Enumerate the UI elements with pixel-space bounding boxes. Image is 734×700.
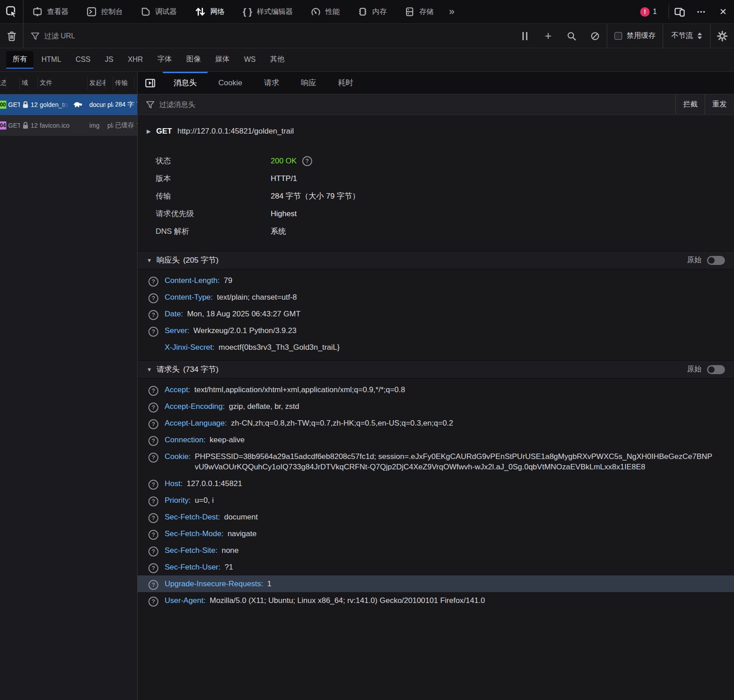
size-cell: 79 字节 (134, 94, 138, 115)
tab-storage[interactable]: 存储 (396, 0, 443, 23)
raw-toggle-switch[interactable] (707, 256, 725, 265)
section-collapse-icon[interactable]: ▼ (147, 366, 152, 373)
header-help-icon[interactable]: ? (148, 529, 158, 539)
column-type[interactable] (106, 77, 113, 89)
tab-inspector[interactable]: 查看器 (23, 0, 78, 23)
tab-performance[interactable]: 性能 (302, 0, 349, 23)
column-method[interactable] (6, 77, 20, 89)
resend-button[interactable]: 重发 (705, 94, 734, 115)
clear-requests-button[interactable] (0, 24, 23, 48)
filter-tab-ws[interactable]: WS (238, 52, 262, 68)
header-row[interactable]: ? Accept-Language zh-CN,zh;q=0.8,zh-TW;q… (138, 415, 734, 431)
column-initiator[interactable]: 发起者 (88, 77, 106, 89)
filter-tab-media[interactable]: 媒体 (209, 51, 236, 69)
element-picker-button[interactable] (0, 0, 23, 23)
response-headers-section-header[interactable]: ▼ 响应头 (205 字节) 原始 (138, 251, 734, 269)
header-help-icon[interactable]: ? (148, 479, 158, 489)
filter-tab-all[interactable]: 所有 (6, 51, 33, 69)
header-row[interactable]: ? Content-Length 79 (138, 272, 734, 289)
tab-style-editor[interactable]: { } 样式编辑器 (234, 0, 302, 23)
tab-console[interactable]: 控制台 (78, 0, 132, 23)
disable-cache-option[interactable]: 禁用缓存 (607, 24, 663, 48)
header-help-icon[interactable]: ? (148, 276, 158, 286)
header-row[interactable]: ? Connection keep-alive (138, 431, 734, 448)
header-help-icon[interactable]: ? (148, 292, 158, 302)
column-status[interactable]: 状态 (0, 77, 6, 89)
header-row[interactable]: ? Accept text/html,application/xhtml+xml… (138, 381, 734, 398)
tab-overflow-chevron[interactable]: » (443, 6, 459, 18)
header-help-icon[interactable]: ? (148, 496, 158, 505)
tab-network[interactable]: 网络 (186, 0, 234, 23)
detail-tab-headers[interactable]: 消息头 (163, 72, 208, 94)
filter-tab-images[interactable]: 图像 (180, 51, 207, 69)
search-button[interactable] (560, 24, 583, 48)
error-badge[interactable]: ! 1 (640, 7, 657, 17)
column-size[interactable] (134, 77, 137, 89)
header-help-icon[interactable]: ? (148, 562, 158, 572)
request-row-favicon[interactable]: 404 GET 127.0.0.1:45821 favicon.ico img … (0, 115, 137, 136)
header-help-icon[interactable]: ? (148, 402, 158, 412)
filter-tab-xhr[interactable]: XHR (121, 52, 149, 68)
column-file[interactable]: 文件 (38, 77, 88, 89)
request-headers-section-header[interactable]: ▼ 请求头 (734 字节) 原始 (138, 360, 734, 379)
header-help-icon[interactable]: ? (148, 579, 158, 589)
header-row[interactable]: ? Sec-Fetch-Site none (138, 542, 734, 559)
header-row[interactable]: ? User-Agent Mozilla/5.0 (X11; Ubuntu; L… (138, 592, 734, 609)
close-devtools-button[interactable]: ✕ (712, 0, 734, 23)
header-row[interactable]: ? Server Werkzeug/2.0.1 Python/3.9.23 (138, 322, 734, 339)
header-row[interactable]: ? Accept-Encoding gzip, deflate, br, zst… (138, 398, 734, 415)
request-line[interactable]: ▶ GET http://127.0.0.1:45821/golden_trai… (138, 115, 734, 142)
header-help-icon[interactable]: ? (148, 309, 158, 319)
block-request-button[interactable] (583, 24, 607, 48)
header-help-icon[interactable]: ? (148, 596, 158, 606)
split-panel-button[interactable] (138, 72, 163, 94)
header-row-cookie[interactable]: ? Cookie PHPSESSID=38b9564a29a15adcdf6eb… (138, 448, 734, 475)
headers-scroll-area[interactable]: ▶ GET http://127.0.0.1:45821/golden_trai… (138, 115, 734, 700)
header-row[interactable]: ? Date Mon, 18 Aug 2025 06:43:27 GMT (138, 306, 734, 322)
filter-tab-other[interactable]: 其他 (264, 51, 291, 69)
url-filter-input[interactable] (44, 32, 506, 40)
header-row[interactable]: ? Content-Type text/plain; charset=utf-8 (138, 289, 734, 306)
request-row-golden-trail[interactable]: 200 GET 127.0.0.1:45821 golden_trail (0, 94, 137, 115)
detail-tab-request[interactable]: 请求 (253, 72, 290, 94)
tab-debugger[interactable]: 调试器 (132, 0, 186, 23)
column-transferred[interactable]: 传输 (113, 77, 134, 89)
header-row-secret[interactable]: ? X-Jinxi-Secret moectf{0bs3rv3_Th3_Gold… (138, 339, 734, 356)
detail-tab-timings[interactable]: 耗时 (327, 72, 364, 94)
detail-tab-cookies[interactable]: Cookie (208, 72, 253, 94)
header-help-icon[interactable]: ? (148, 452, 158, 462)
header-help-icon[interactable]: ? (148, 418, 158, 428)
filter-tab-css[interactable]: CSS (69, 52, 97, 68)
new-request-button[interactable]: + (536, 24, 560, 48)
header-help-icon[interactable]: ? (148, 512, 158, 522)
network-settings-button[interactable] (711, 24, 734, 48)
header-row[interactable]: ? Sec-Fetch-Mode navigate (138, 525, 734, 542)
collapse-triangle-icon[interactable]: ▶ (147, 128, 151, 134)
header-row-selected[interactable]: ? Upgrade-Insecure-Requests 1 (138, 575, 734, 592)
header-row[interactable]: ? Sec-Fetch-Dest document (138, 509, 734, 525)
tab-memory[interactable]: 内存 (349, 0, 396, 23)
block-url-button[interactable]: 拦截 (675, 94, 705, 115)
header-help-icon[interactable]: ? (148, 546, 158, 556)
throttle-dropdown[interactable]: 不节流 (663, 24, 711, 48)
disable-cache-checkbox[interactable] (614, 32, 622, 40)
menu-button[interactable]: ••• (691, 0, 712, 23)
header-row[interactable]: ? Priority u=0, i (138, 492, 734, 509)
status-help-icon[interactable]: ? (302, 156, 312, 166)
filter-tab-html[interactable]: HTML (35, 52, 68, 68)
filter-tab-js[interactable]: JS (98, 52, 120, 68)
header-help-icon[interactable]: ? (148, 326, 158, 336)
header-help-icon[interactable]: ? (148, 435, 158, 445)
header-row[interactable]: ? Host 127.0.0.1:45821 (138, 475, 734, 492)
pause-traffic-button[interactable] (513, 24, 536, 48)
column-domain[interactable]: 域 (20, 77, 38, 89)
responsive-mode-button[interactable] (669, 0, 691, 23)
headers-filter-input[interactable] (159, 101, 667, 109)
header-help-icon[interactable]: ? (148, 385, 158, 395)
raw-toggle-switch[interactable] (707, 365, 725, 374)
section-collapse-icon[interactable]: ▼ (147, 257, 152, 264)
filter-tab-fonts[interactable]: 字体 (151, 51, 178, 69)
detail-tab-response[interactable]: 响应 (290, 72, 327, 94)
header-row[interactable]: ? Sec-Fetch-User ?1 (138, 559, 734, 575)
header-value: moectf{0bs3rv3_Th3_Gold3n_traiL} (219, 342, 340, 352)
